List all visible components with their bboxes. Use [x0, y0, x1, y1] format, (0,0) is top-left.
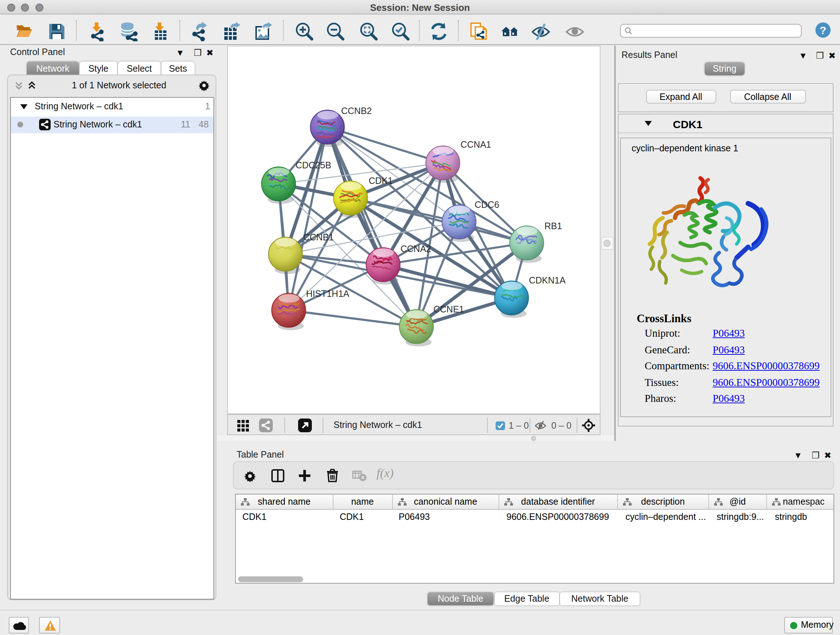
svg-text:CCNA1: CCNA1 — [461, 139, 491, 149]
svg-text:CCNE1: CCNE1 — [433, 304, 464, 314]
svg-text:CDC6: CDC6 — [475, 200, 499, 210]
svg-text:CDC25B: CDC25B — [295, 160, 332, 170]
svg-text:RB1: RB1 — [545, 221, 562, 231]
svg-text:CCNB1: CCNB1 — [303, 232, 334, 242]
svg-text:CCNB2: CCNB2 — [341, 106, 372, 116]
svg-text:CDK1: CDK1 — [369, 176, 393, 186]
svg-text:HIST1H1A: HIST1H1A — [306, 288, 349, 299]
svg-text:CCNA2: CCNA2 — [401, 244, 431, 254]
svg-text:CDKN1A: CDKN1A — [529, 275, 566, 285]
